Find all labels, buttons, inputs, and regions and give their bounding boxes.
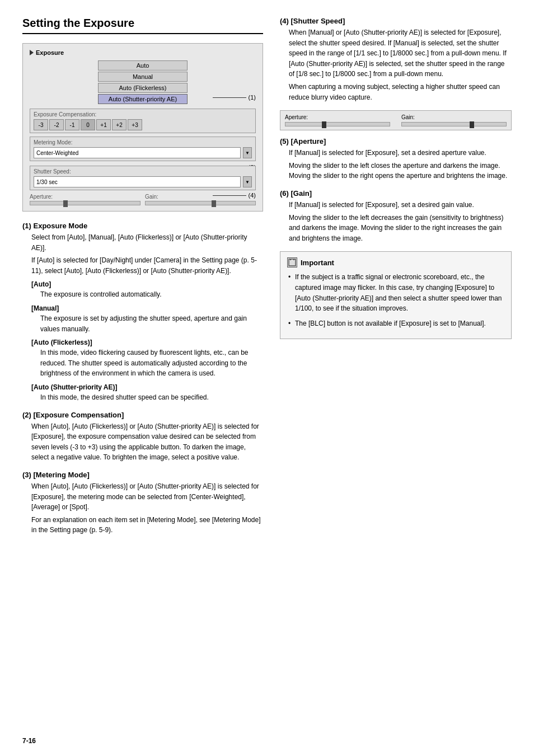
important-bullet-2: The [BLC] button is not available if [Ex… <box>287 318 504 329</box>
mode-auto[interactable]: Auto <box>98 60 188 71</box>
section-1-heading: (1) Exposure Mode <box>22 222 263 230</box>
section-gain: (6) [Gain] If [Manual] is selected for [… <box>280 189 512 243</box>
aperture-slider-track[interactable] <box>30 201 140 205</box>
small-gain-label: Gain: <box>401 114 507 120</box>
mode-shutter-priority[interactable]: Auto (Shutter-priority AE) <box>98 94 188 104</box>
metering-dropdown-row: Center-Weighted ▼ <box>34 147 252 158</box>
mode-flickerless[interactable]: Auto (Flickerless) <box>98 83 188 93</box>
section-6-text2: Moving the slider to the left decreases … <box>289 213 512 244</box>
section-6-heading: (6) [Gain] <box>280 189 512 198</box>
section-3-heading: (3) [Metering Mode] <box>22 471 263 479</box>
section-1-text1: Select from [Auto], [Manual], [Auto (Fli… <box>31 232 263 253</box>
auto-text: The exposure is controlled automatically… <box>31 289 263 300</box>
exposure-panel: Exposure Auto Manual Auto (Flickerless) … <box>22 43 263 212</box>
exposure-compensation-section: Exposure Compensation: -3 -2 -1 0 +1 +2 … <box>30 109 256 133</box>
important-text: Important <box>301 259 334 267</box>
section-shutter-speed: (4) [Shutter Speed] When [Manual] or [Au… <box>280 17 512 102</box>
section-6-body: If [Manual] is selected for [Exposure], … <box>280 200 512 243</box>
important-icon <box>287 257 297 267</box>
section-1-body: Select from [Auto], [Manual], [Auto (Fli… <box>22 232 263 403</box>
small-aperture-gain-panel: Aperture: Gain: <box>280 110 512 130</box>
sub-heading-shutter-priority: [Auto (Shutter-priority AE)] <box>31 383 263 391</box>
sub-heading-auto: [Auto] <box>31 280 263 288</box>
section-3-text2: For an explanation on each item set in [… <box>31 515 263 536</box>
small-aperture-thumb[interactable] <box>322 121 326 128</box>
comp-plus2[interactable]: +2 <box>112 119 127 130</box>
aperture-slider-thumb[interactable] <box>63 200 68 207</box>
left-column: Setting the Exposure Exposure Auto Manua… <box>22 17 263 543</box>
metering-arrow-icon[interactable]: ▼ <box>243 147 252 158</box>
small-aperture-label: Aperture: <box>285 114 390 120</box>
panel-title: Exposure <box>36 49 64 56</box>
page-footer: 7-16 <box>22 737 36 745</box>
section-3-text1: When [Auto], [Auto (Flickerless)] or [Au… <box>31 481 263 513</box>
compensation-row: -3 -2 -1 0 +1 +2 +3 <box>34 119 252 130</box>
section-5-text2: Moving the slider to the left closes the… <box>289 161 512 181</box>
important-bullet-1: If the subject is a traffic signal or el… <box>287 272 504 313</box>
panel-title-bar: Exposure <box>30 49 256 56</box>
shutter-priority-text: In this mode, the desired shutter speed … <box>31 392 263 403</box>
expand-icon <box>30 50 34 55</box>
small-gain-slider[interactable] <box>401 122 507 126</box>
section-4-heading: (4) [Shutter Speed] <box>280 17 512 25</box>
comp-plus3[interactable]: +3 <box>128 119 142 130</box>
section-6-text1: If [Manual] is selected for [Exposure], … <box>289 200 512 210</box>
page-title: Setting the Exposure <box>22 17 263 34</box>
page-container: Setting the Exposure Exposure Auto Manua… <box>22 17 512 543</box>
section-aperture: (5) [Aperture] If [Manual] is selected f… <box>280 137 512 181</box>
gain-slider-track[interactable] <box>145 201 256 205</box>
metering-label: Metering Mode: <box>34 139 252 145</box>
callout-4-label: (4) <box>249 192 256 199</box>
section-4-text1: When [Manual] or [Auto (Shutter-priority… <box>289 27 512 79</box>
sub-heading-manual: [Manual] <box>31 304 263 312</box>
shutter-label: Shutter Speed: <box>34 168 252 175</box>
comp-minus3[interactable]: -3 <box>34 119 48 130</box>
comp-zero[interactable]: 0 <box>81 119 95 130</box>
comp-minus1[interactable]: -1 <box>65 119 79 130</box>
aperture-section: Aperture: <box>30 194 140 205</box>
shutter-dropdown-row: 1/30 sec ▼ <box>34 176 252 187</box>
svg-rect-1 <box>290 259 291 260</box>
section-3-body: When [Auto], [Auto (Flickerless)] or [Au… <box>22 481 263 536</box>
section-4-body: When [Manual] or [Auto (Shutter-priority… <box>280 27 512 102</box>
section-5-heading: (5) [Aperture] <box>280 137 512 145</box>
section-2-body: When [Auto], [Auto (Flickerless)] or [Au… <box>22 421 263 463</box>
mode-manual[interactable]: Manual <box>98 72 188 82</box>
page-number: 7-16 <box>22 737 36 745</box>
section-2-text: When [Auto], [Auto (Flickerless)] or [Au… <box>31 421 263 463</box>
comp-plus1[interactable]: +1 <box>96 119 111 130</box>
section-metering-mode: (3) [Metering Mode] When [Auto], [Auto (… <box>22 471 263 536</box>
section-2-heading: (2) [Exposure Compensation] <box>22 411 263 419</box>
gain-slider-thumb[interactable] <box>212 200 216 207</box>
important-svg-icon <box>288 259 296 266</box>
callout-4: (4) <box>213 192 256 199</box>
compensation-label: Exposure Compensation: <box>34 111 252 118</box>
right-column: (4) [Shutter Speed] When [Manual] or [Au… <box>280 17 512 543</box>
flickerless-text: In this mode, video flickering caused by… <box>31 348 263 379</box>
section-5-text1: If [Manual] is selected for [Exposure], … <box>289 148 512 158</box>
callout-1-label: (1) <box>249 94 256 101</box>
svg-rect-0 <box>289 259 296 266</box>
small-gain-thumb[interactable] <box>470 121 474 128</box>
small-aperture-slider[interactable] <box>285 122 390 126</box>
shutter-dropdown[interactable]: 1/30 sec <box>34 176 241 187</box>
section-1-text2: If [Auto] is selected for [Day/Night] un… <box>31 255 263 276</box>
metering-mode-section: Metering Mode: Center-Weighted ▼ <box>30 137 256 161</box>
important-box: Important If the subject is a traffic si… <box>280 251 512 339</box>
manual-text: The exposure is set by adjusting the shu… <box>31 313 263 334</box>
comp-minus2[interactable]: -2 <box>49 119 64 130</box>
sub-heading-flickerless: [Auto (Flickerless)] <box>31 339 263 346</box>
svg-rect-2 <box>293 259 294 260</box>
shutter-speed-section: Shutter Speed: 1/30 sec ▼ <box>30 166 256 190</box>
shutter-arrow-icon[interactable]: ▼ <box>243 176 252 187</box>
aperture-label: Aperture: <box>30 194 140 200</box>
section-exposure-compensation: (2) [Exposure Compensation] When [Auto],… <box>22 411 263 463</box>
important-title: Important <box>287 257 504 267</box>
section-exposure-mode: (1) Exposure Mode Select from [Auto], [M… <box>22 222 263 403</box>
small-gain-section: Gain: <box>401 114 507 126</box>
small-aperture-section: Aperture: <box>285 114 390 126</box>
callout-1: (1) <box>213 94 256 101</box>
section-4-text2: When capturing a moving subject, selecti… <box>289 82 512 102</box>
metering-dropdown[interactable]: Center-Weighted <box>34 147 241 158</box>
section-5-body: If [Manual] is selected for [Exposure], … <box>280 148 512 181</box>
